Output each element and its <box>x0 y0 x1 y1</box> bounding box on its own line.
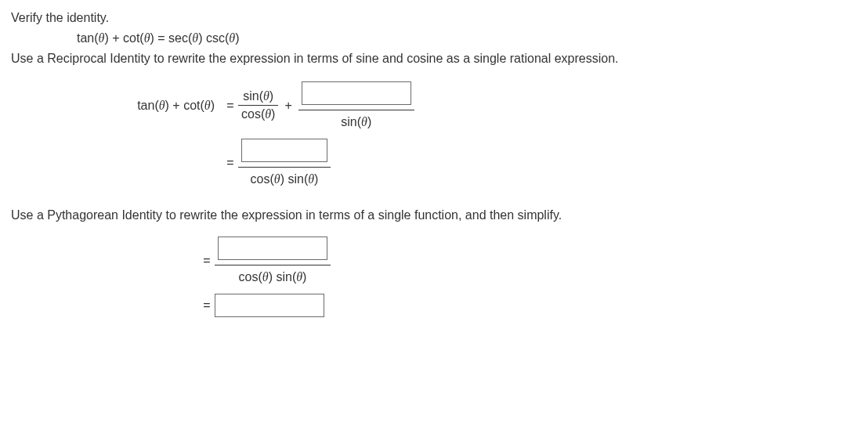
text: cos( <box>251 172 274 186</box>
text: tan( <box>137 99 159 112</box>
theta: θ <box>159 99 165 112</box>
text: sin( <box>341 115 361 128</box>
equals-sign: = <box>222 99 238 113</box>
fraction-sin-over-cos: sin(θ) cos(θ) <box>238 89 278 121</box>
fraction-blank-over-cos-sin-2: cos(θ) sin(θ) <box>215 237 331 284</box>
theta: θ <box>308 172 314 186</box>
instruction-1: Use a Reciprocal Identity to rewrite the… <box>11 52 857 66</box>
answer-input-3[interactable] <box>218 237 327 260</box>
answer-input-1[interactable] <box>302 81 411 105</box>
identity-line: tan(θ) + cot(θ) = sec(θ) csc(θ) <box>77 31 857 45</box>
text: ) <box>269 89 273 103</box>
step4-row: = <box>11 294 857 317</box>
text: ) <box>271 107 275 121</box>
theta: θ <box>263 89 269 103</box>
equals-sign: = <box>222 156 238 170</box>
theta: θ <box>274 172 280 186</box>
text: tan( <box>77 31 99 45</box>
text: cos( <box>239 270 262 284</box>
instruction-text: Use a Pythagorean Identity to rewrite th… <box>11 208 562 222</box>
text: ) + cot( <box>165 99 204 112</box>
answer-input-4[interactable] <box>215 294 324 317</box>
fraction-blank-over-sin: sin(θ) <box>298 81 414 129</box>
text: ) sin( <box>280 172 309 186</box>
text: ) + cot( <box>104 31 143 45</box>
equals-sign: = <box>199 298 215 312</box>
theta: θ <box>262 270 269 284</box>
text: ) <box>367 115 371 128</box>
step1-row: tan(θ) + cot(θ) = sin(θ) cos(θ) + sin(θ) <box>11 81 857 129</box>
fraction-blank-over-cos-sin: cos(θ) sin(θ) <box>238 139 331 186</box>
text: ) = sec( <box>150 31 193 45</box>
theta: θ <box>361 115 367 128</box>
step2-row: = cos(θ) sin(θ) <box>11 139 857 186</box>
text: ) <box>302 270 306 284</box>
equals-sign: = <box>199 254 215 268</box>
step3-row: = cos(θ) sin(θ) <box>11 237 857 284</box>
plus-sign: + <box>284 99 291 113</box>
theta: θ <box>265 107 271 121</box>
verify-text: Verify the identity. <box>11 11 109 24</box>
answer-input-2[interactable] <box>241 139 327 162</box>
text: cos( <box>241 107 265 121</box>
instruction-text: Use a Reciprocal Identity to rewrite the… <box>11 52 619 65</box>
theta: θ <box>229 31 235 45</box>
theta: θ <box>192 31 198 45</box>
verify-line: Verify the identity. <box>11 11 857 25</box>
text: ) <box>235 31 239 45</box>
text: ) <box>314 172 318 186</box>
step1-lhs: tan(θ) + cot(θ) <box>11 99 222 113</box>
text: ) <box>211 99 215 112</box>
instruction-2: Use a Pythagorean Identity to rewrite th… <box>11 208 857 222</box>
theta: θ <box>204 99 211 112</box>
text: ) csc( <box>198 31 229 45</box>
theta: θ <box>296 270 302 284</box>
theta: θ <box>144 31 150 45</box>
text: ) sin( <box>269 270 297 284</box>
text: sin( <box>243 89 263 103</box>
